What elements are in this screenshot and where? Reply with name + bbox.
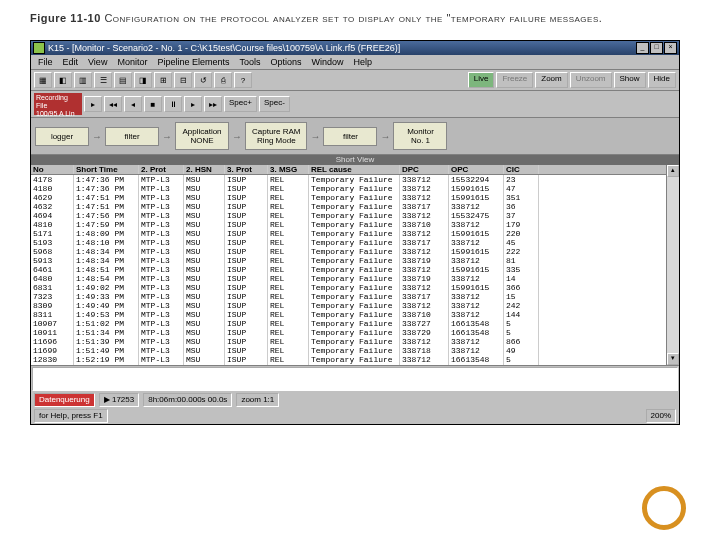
cell: ISUP bbox=[225, 274, 268, 283]
col-3msg[interactable]: 3. MSG bbox=[268, 165, 309, 174]
titlebar[interactable]: K15 - [Monitor - Scenario2 - No. 1 - C:\… bbox=[31, 41, 679, 55]
pause-button[interactable]: ⏸ bbox=[164, 96, 182, 112]
table-row[interactable]: 83111:49:53 PMMTP-L3MSUISUPRELTemporary … bbox=[31, 310, 666, 319]
toolbar-button[interactable]: ? bbox=[234, 72, 252, 88]
table-row[interactable]: 59131:48:34 PMMTP-L3MSUISUPRELTemporary … bbox=[31, 256, 666, 265]
window-title: K15 - [Monitor - Scenario2 - No. 1 - C:\… bbox=[48, 43, 636, 53]
freeze-button[interactable]: Freeze bbox=[496, 72, 533, 88]
specminus-button[interactable]: Spec- bbox=[259, 96, 290, 112]
cell: 15 bbox=[504, 292, 539, 301]
specplus-button[interactable]: Spec+ bbox=[224, 96, 257, 112]
table-row[interactable]: 51931:48:10 PMMTP-L3MSUISUPRELTemporary … bbox=[31, 238, 666, 247]
cell: REL bbox=[268, 211, 309, 220]
table-row[interactable]: 41781:47:36 PMMTP-L3MSUISUPRELTemporary … bbox=[31, 175, 666, 184]
prev-button[interactable]: ◂◂ bbox=[104, 96, 122, 112]
next-button[interactable]: ▸▸ bbox=[204, 96, 222, 112]
menu-pipeline-elements[interactable]: Pipeline Elements bbox=[153, 56, 233, 68]
show-button[interactable]: Show bbox=[614, 72, 646, 88]
cell: REL bbox=[268, 184, 309, 193]
menubar: File Edit View Monitor Pipeline Elements… bbox=[31, 55, 679, 70]
vertical-scrollbar[interactable]: ▴ ▾ bbox=[666, 165, 679, 365]
menu-edit[interactable]: Edit bbox=[59, 56, 83, 68]
table-row[interactable]: 128301:52:19 PMMTP-L3MSUISUPRELTemporary… bbox=[31, 355, 666, 364]
menu-view[interactable]: View bbox=[84, 56, 111, 68]
zoom-button[interactable]: Zoom bbox=[535, 72, 567, 88]
maximize-button[interactable]: □ bbox=[650, 42, 663, 54]
cell: MSU bbox=[184, 193, 225, 202]
menu-window[interactable]: Window bbox=[308, 56, 348, 68]
col-opc[interactable]: OPC bbox=[449, 165, 504, 174]
table-row[interactable]: 46321:47:51 PMMTP-L3MSUISUPRELTemporary … bbox=[31, 202, 666, 211]
table-row[interactable]: 59681:48:34 PMMTP-L3MSUISUPRELTemporary … bbox=[31, 247, 666, 256]
table-row[interactable]: 64611:48:51 PMMTP-L3MSUISUPRELTemporary … bbox=[31, 265, 666, 274]
table-row[interactable]: 41801:47:36 PMMTP-L3MSUISUPRELTemporary … bbox=[31, 184, 666, 193]
rewind-button[interactable]: ◂ bbox=[124, 96, 142, 112]
close-button[interactable]: × bbox=[664, 42, 677, 54]
cell: ISUP bbox=[225, 337, 268, 346]
col-2prot[interactable]: 2. Prot bbox=[139, 165, 184, 174]
toolbar-button[interactable]: ◧ bbox=[54, 72, 72, 88]
table-row[interactable]: 116991:51:49 PMMTP-L3MSUISUPRELTemporary… bbox=[31, 346, 666, 355]
table-row[interactable]: 128351:52:30 PMMTP-L3MSUISUPRELTemporary… bbox=[31, 364, 666, 365]
arrow-icon: → bbox=[162, 131, 172, 142]
table-row[interactable]: 116961:51:39 PMMTP-L3MSUISUPRELTemporary… bbox=[31, 337, 666, 346]
table-row[interactable]: 73231:49:33 PMMTP-L3MSUISUPRELTemporary … bbox=[31, 292, 666, 301]
toolbar-button[interactable]: ▥ bbox=[74, 72, 92, 88]
hide-button[interactable]: Hide bbox=[648, 72, 676, 88]
table-row[interactable]: 48101:47:59 PMMTP-L3MSUISUPRELTemporary … bbox=[31, 220, 666, 229]
cell: MTP-L3 bbox=[139, 265, 184, 274]
table-row[interactable]: 109111:51:34 PMMTP-L3MSUISUPRELTemporary… bbox=[31, 328, 666, 337]
table-row[interactable]: 109071:51:02 PMMTP-L3MSUISUPRELTemporary… bbox=[31, 319, 666, 328]
menu-monitor[interactable]: Monitor bbox=[113, 56, 151, 68]
toolbar-button[interactable]: ⎙ bbox=[214, 72, 232, 88]
pipeline-node[interactable]: Application NONE bbox=[175, 122, 229, 150]
col-cic[interactable]: CIC bbox=[504, 165, 539, 174]
col-no[interactable]: No bbox=[31, 165, 74, 174]
cell: MSU bbox=[184, 364, 225, 365]
toolbar-button[interactable]: ▦ bbox=[34, 72, 52, 88]
pipeline-node[interactable]: logger bbox=[35, 127, 89, 146]
pipeline-node[interactable]: Monitor No. 1 bbox=[393, 122, 447, 150]
table-row[interactable]: 46291:47:51 PMMTP-L3MSUISUPRELTemporary … bbox=[31, 193, 666, 202]
pipeline-node[interactable]: filter bbox=[323, 127, 377, 146]
scroll-up-icon[interactable]: ▴ bbox=[667, 165, 679, 177]
col-3prot[interactable]: 3. Prot bbox=[225, 165, 268, 174]
play-button[interactable]: ▸ bbox=[84, 96, 102, 112]
toolbar-button[interactable]: ⊞ bbox=[154, 72, 172, 88]
cell: MTP-L3 bbox=[139, 274, 184, 283]
table-row[interactable]: 83091:49:49 PMMTP-L3MSUISUPRELTemporary … bbox=[31, 301, 666, 310]
toolbar-button[interactable]: ⊟ bbox=[174, 72, 192, 88]
toolbar-button[interactable]: ◨ bbox=[134, 72, 152, 88]
menu-file[interactable]: File bbox=[34, 56, 57, 68]
menu-options[interactable]: Options bbox=[266, 56, 305, 68]
cell: 6831 bbox=[31, 283, 74, 292]
cell: MSU bbox=[184, 283, 225, 292]
toolbar-button[interactable]: ☰ bbox=[94, 72, 112, 88]
minimize-button[interactable]: _ bbox=[636, 42, 649, 54]
col-2hsn[interactable]: 2. HSN bbox=[184, 165, 225, 174]
toolbar-button[interactable]: ↺ bbox=[194, 72, 212, 88]
toolbar-button[interactable]: ▤ bbox=[114, 72, 132, 88]
scroll-down-icon[interactable]: ▾ bbox=[667, 353, 679, 365]
menu-help[interactable]: Help bbox=[350, 56, 377, 68]
unzoom-button[interactable]: Unzoom bbox=[570, 72, 612, 88]
cell: 338712 bbox=[400, 193, 449, 202]
pipeline-node[interactable]: filter bbox=[105, 127, 159, 146]
forward-button[interactable]: ▸ bbox=[184, 96, 202, 112]
menu-tools[interactable]: Tools bbox=[235, 56, 264, 68]
cell: 5968 bbox=[31, 247, 74, 256]
table-row[interactable]: 64801:48:54 PMMTP-L3MSUISUPRELTemporary … bbox=[31, 274, 666, 283]
cell: 23 bbox=[504, 175, 539, 184]
live-button[interactable]: Live bbox=[468, 72, 495, 88]
col-short-time[interactable]: Short Time bbox=[74, 165, 139, 174]
col-dpc[interactable]: DPC bbox=[400, 165, 449, 174]
pipeline-node[interactable]: Capture RAM Ring Mode bbox=[245, 122, 307, 150]
col-rel-cause[interactable]: REL cause bbox=[309, 165, 400, 174]
stop-button[interactable]: ■ bbox=[144, 96, 162, 112]
cell: MSU bbox=[184, 175, 225, 184]
table-row[interactable]: 46941:47:56 PMMTP-L3MSUISUPRELTemporary … bbox=[31, 211, 666, 220]
table-row[interactable]: 68311:49:02 PMMTP-L3MSUISUPRELTemporary … bbox=[31, 283, 666, 292]
scroll-track[interactable] bbox=[667, 177, 679, 353]
table-row[interactable]: 51711:48:09 PMMTP-L3MSUISUPRELTemporary … bbox=[31, 229, 666, 238]
cell: 1:52:30 PM bbox=[74, 364, 139, 365]
